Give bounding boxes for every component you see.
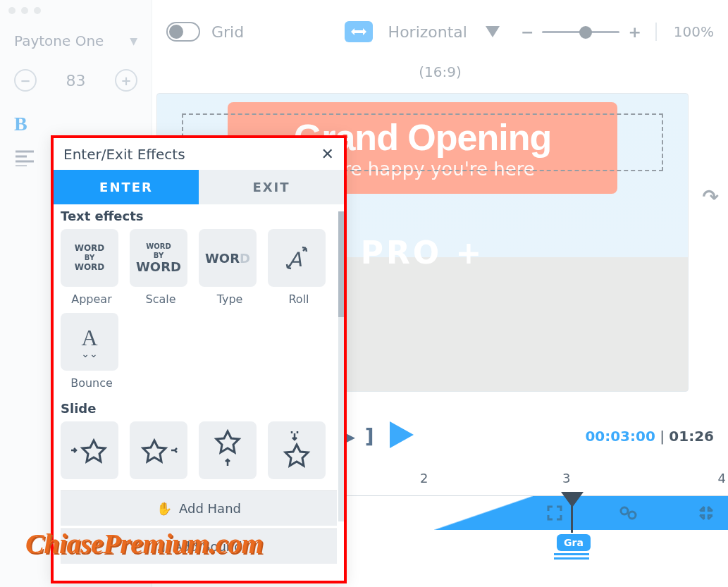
star-up-icon — [211, 429, 244, 471]
modal-header: Enter/Exit Effects ✕ — [54, 138, 344, 170]
toggle-knob-icon — [169, 25, 183, 39]
tab-exit[interactable]: EXIT — [199, 170, 344, 204]
modal-scrollbar[interactable] — [338, 211, 344, 521]
hand-icon: ✋ — [156, 501, 172, 516]
font-size-stepper: − 83 + — [0, 55, 152, 106]
effect-roll-label: Roll — [268, 292, 330, 306]
chevron-down-icon: ▼ — [130, 35, 137, 47]
aspect-ratio-label: (16:9) — [166, 63, 714, 80]
expand-icon[interactable] — [547, 505, 562, 521]
effect-scale[interactable]: WORDBYWORD Scale — [130, 229, 192, 306]
arrows-horizontal-icon — [350, 26, 368, 37]
window-controls — [0, 0, 152, 21]
total-time: 01:26 — [669, 428, 714, 445]
play-button[interactable] — [387, 420, 417, 452]
star-right-icon — [68, 436, 111, 464]
effect-type-label: Type — [199, 292, 261, 306]
effect-scale-label: Scale — [130, 292, 192, 306]
effect-roll[interactable]: A Roll — [268, 229, 330, 306]
text-effects-section-label: Text effects — [61, 209, 337, 223]
effect-bounce[interactable]: A⌄⌄ Bounce — [61, 313, 123, 390]
slide-section-label: Slide — [61, 401, 337, 416]
svg-point-1 — [629, 512, 636, 519]
roll-icon: A — [283, 244, 311, 272]
svg-point-0 — [621, 507, 628, 514]
effects-modal: Enter/Exit Effects ✕ ENTER EXIT Text eff… — [51, 135, 347, 583]
word-by-word-icon: WORDBYWORD — [75, 244, 105, 272]
grid-toggle[interactable] — [166, 22, 200, 42]
tick-3: 3 — [562, 471, 570, 486]
tab-enter[interactable]: ENTER — [54, 170, 199, 204]
decrement-size-button[interactable]: − — [14, 69, 37, 92]
watermark-text: ChiasePremium.com — [25, 527, 263, 560]
slider-thumb-icon — [579, 26, 592, 39]
effect-appear[interactable]: WORDBYWORD Appear — [61, 229, 123, 306]
close-dot[interactable] — [8, 7, 16, 14]
tick-2: 2 — [420, 471, 428, 486]
zoom-out-button[interactable]: − — [521, 23, 533, 41]
modal-title: Enter/Exit Effects — [63, 146, 185, 163]
modal-body: Text effects WORDBYWORD Appear WORDBYWOR… — [54, 204, 344, 578]
min-dot[interactable] — [21, 7, 28, 14]
star-down-icon — [280, 429, 313, 471]
modal-tabs: ENTER EXIT — [54, 170, 344, 204]
top-bar: Grid Horizontal − + 100% (16:9) — [152, 0, 728, 88]
zoom-value: 100% — [674, 23, 714, 40]
font-size-value: 83 — [66, 72, 86, 89]
word-type-icon: WORD — [205, 251, 250, 266]
pin-icon[interactable] — [619, 505, 637, 521]
zoom-control: − + 100% — [521, 23, 714, 41]
collapse-icon[interactable] — [698, 505, 714, 521]
grid-label: Grid — [211, 23, 244, 41]
bounce-icon: A⌄⌄ — [81, 325, 97, 359]
align-left-icon — [14, 149, 35, 166]
slide-in-up[interactable] — [199, 421, 261, 479]
clip-tag[interactable]: Gra — [557, 534, 591, 551]
time-display: 00:03:00 | 01:26 — [585, 428, 714, 445]
star-left-icon — [137, 436, 180, 464]
slide-in-left[interactable] — [130, 421, 192, 479]
zoom-in-button[interactable]: + — [628, 23, 641, 41]
redo-icon[interactable]: ↷ — [703, 185, 719, 209]
font-name-label: Paytone One — [14, 32, 104, 49]
effect-appear-label: Appear — [61, 292, 123, 306]
layout-dropdown-icon[interactable] — [486, 26, 500, 37]
current-time: 00:03:00 — [585, 428, 655, 445]
close-icon[interactable]: ✕ — [321, 145, 334, 163]
playhead-line — [571, 499, 573, 533]
slide-in-right[interactable] — [61, 421, 123, 479]
max-dot[interactable] — [34, 7, 41, 14]
slide-in-down[interactable] — [268, 421, 330, 479]
play-icon — [387, 420, 417, 450]
layout-badge[interactable] — [345, 21, 373, 42]
word-by-word-scale-icon: WORDBYWORD — [136, 242, 181, 274]
zoom-slider[interactable] — [542, 31, 619, 33]
font-picker[interactable]: Paytone One ▼ — [0, 21, 152, 55]
add-hand-label: Add Hand — [179, 501, 241, 516]
add-hand-button[interactable]: ✋ Add Hand — [61, 490, 337, 526]
effect-bounce-label: Bounce — [61, 376, 123, 390]
tick-4: 4 — [718, 471, 726, 486]
effect-type[interactable]: WORD Type — [199, 229, 261, 306]
increment-size-button[interactable]: + — [115, 69, 137, 92]
layout-label: Horizontal — [388, 23, 467, 41]
